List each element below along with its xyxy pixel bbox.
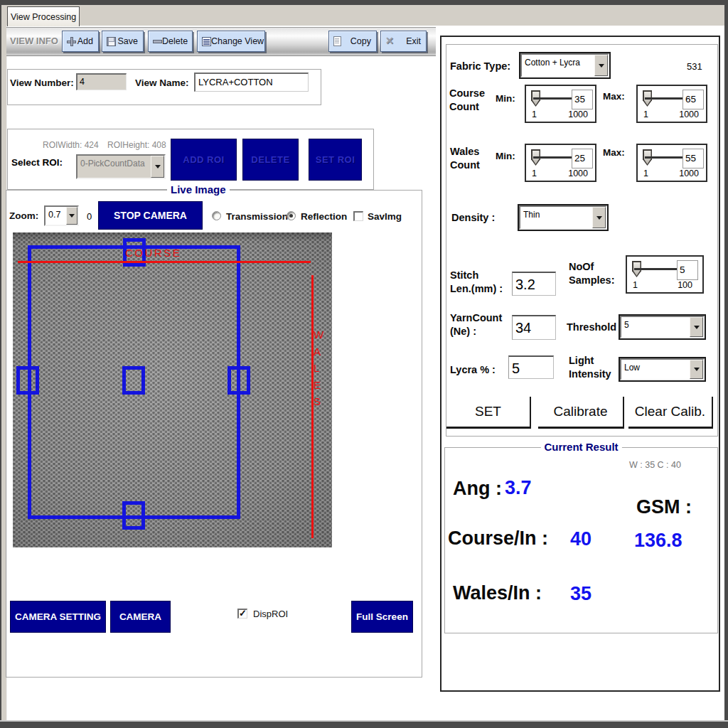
yarn-count-field[interactable]: 34	[512, 315, 556, 340]
savimg-checkbox[interactable]	[353, 211, 363, 221]
change-view-label: Change View	[211, 36, 265, 46]
samples-value[interactable]: 5	[677, 260, 698, 280]
wales-max-value[interactable]: 55	[682, 149, 704, 168]
course-min-slider[interactable]: 35 1 1000	[525, 85, 596, 123]
wc-summary: W : 35 C : 40	[629, 460, 681, 470]
select-roi-dropdown-button[interactable]	[151, 156, 164, 178]
zoom-dropdown[interactable]: 0.7	[44, 205, 79, 226]
zoom-dropdown-button[interactable]	[66, 207, 77, 225]
add-button[interactable]: Add	[62, 31, 99, 52]
range-min-label: 1	[643, 109, 648, 119]
roi-handle-right[interactable]	[228, 366, 250, 395]
wales-max-slider[interactable]: 55 1 1000	[636, 144, 707, 182]
code-value: 531	[687, 61, 702, 72]
light-intensity-value: Low	[621, 360, 690, 379]
wales-count-label: WalesCount	[450, 145, 480, 172]
roi-handle-center[interactable]	[122, 366, 145, 395]
slider-track	[533, 156, 573, 159]
fabric-type-dropdown-button[interactable]	[594, 55, 608, 76]
range-max-label: 1000	[679, 109, 699, 119]
chevron-down-icon	[599, 64, 604, 68]
threshold-dropdown[interactable]: 5	[619, 314, 706, 340]
window-border-right	[724, 0, 728, 728]
camera-counter: 0	[87, 211, 92, 222]
savimg-label: SavImg	[368, 211, 402, 222]
threshold-dropdown-button[interactable]	[690, 317, 703, 337]
range-max-label: 100	[678, 280, 692, 290]
wales-min-slider[interactable]: 25 1 1000	[525, 144, 596, 182]
wales-min-value[interactable]: 25	[572, 149, 593, 168]
reflection-radio[interactable]	[287, 211, 296, 220]
density-dropdown-button[interactable]	[592, 207, 606, 228]
copy-button[interactable]: Copy	[328, 31, 377, 52]
roi-width-label: ROIWidth: 424	[43, 140, 99, 150]
range-min-label: 1	[532, 168, 537, 178]
fabric-type-label: Fabric Type:	[450, 60, 510, 73]
roi-handle-left[interactable]	[16, 366, 39, 395]
transmission-radio[interactable]	[212, 211, 221, 220]
density-dropdown[interactable]: Thin	[518, 204, 609, 231]
stop-camera-button[interactable]: STOP CAMERA	[98, 201, 203, 230]
course-overlay-label: COURSE	[125, 247, 181, 259]
set-button[interactable]: SET	[446, 397, 531, 429]
course-max-value[interactable]: 65	[682, 90, 704, 109]
yarn-count-label: YarnCount(Ne) :	[450, 311, 502, 338]
view-name-field[interactable]: LYCRA+COTTON	[194, 73, 309, 92]
clear-calib-button[interactable]: Clear Calib.	[628, 397, 713, 429]
camera-image[interactable]: COURSE WALES	[13, 232, 332, 547]
save-icon	[107, 37, 116, 46]
range-min-label: 1	[643, 168, 648, 178]
course-min-value[interactable]: 35	[572, 90, 593, 109]
chevron-down-icon	[155, 165, 161, 168]
chevron-down-icon	[694, 368, 700, 371]
slider-track	[645, 156, 684, 159]
chevron-down-icon	[694, 326, 700, 329]
list-icon	[202, 37, 211, 46]
add-label: Add	[76, 36, 95, 46]
delete-roi-button[interactable]: DELETE	[242, 139, 299, 181]
save-label: Save	[116, 36, 139, 46]
chevron-down-icon	[596, 216, 602, 220]
range-min-label: 1	[532, 109, 537, 119]
ang-label: Ang :	[453, 478, 502, 500]
wales-in-label: Wales/In :	[453, 582, 542, 604]
slider-track	[645, 97, 684, 100]
density-value: Thin	[520, 207, 592, 228]
exit-button[interactable]: Exit	[380, 31, 427, 52]
course-max-slider[interactable]: 65 1 1000	[636, 85, 707, 123]
calibrate-button[interactable]: Calibrate	[538, 397, 624, 429]
lycra-field[interactable]: 5	[508, 355, 554, 379]
samples-slider[interactable]: 5 1 100	[626, 255, 704, 294]
disproi-checkbox[interactable]	[237, 609, 247, 619]
delete-button[interactable]: Delete	[148, 31, 193, 52]
light-intensity-dropdown-inner: Low	[620, 358, 705, 380]
fabric-type-dropdown[interactable]: Cotton + Lycra	[519, 52, 611, 79]
change-view-button[interactable]: Change View	[197, 31, 265, 52]
light-intensity-dropdown[interactable]: Low	[619, 357, 706, 382]
zoom-dropdown-inner: 0.7	[44, 205, 79, 226]
wales-overlay-label: WALES	[314, 326, 323, 410]
course-line-overlay	[18, 261, 311, 263]
add-roi-button[interactable]: ADD ROI	[171, 139, 237, 181]
window-border-top	[0, 0, 728, 5]
gsm-value: 136.8	[634, 530, 682, 552]
camera-setting-button[interactable]: CAMERA SETTING	[10, 601, 106, 633]
set-roi-button[interactable]: SET ROI	[309, 139, 362, 181]
select-roi-dropdown[interactable]: 0-PickCountData	[76, 154, 166, 179]
zoom-value: 0.7	[46, 207, 66, 225]
stitch-length-field[interactable]: 3.2	[512, 272, 556, 296]
delete-label: Delete	[162, 36, 189, 46]
full-screen-button[interactable]: Full Screen	[351, 601, 413, 633]
light-intensity-dropdown-button[interactable]	[690, 360, 703, 379]
roi-handle-bottom[interactable]	[122, 501, 145, 530]
current-result-title: Current Result	[540, 441, 621, 453]
density-dropdown-inner: Thin	[519, 205, 607, 230]
camera-button[interactable]: CAMERA	[110, 601, 171, 633]
range-max-label: 1000	[568, 109, 588, 119]
tab-view-processing[interactable]: View Processing	[7, 6, 80, 26]
gsm-label: GSM :	[636, 496, 692, 518]
exit-label: Exit	[395, 36, 422, 46]
save-button[interactable]: Save	[102, 31, 144, 52]
view-number-field[interactable]: 4	[76, 73, 127, 90]
chevron-down-icon	[69, 214, 75, 218]
